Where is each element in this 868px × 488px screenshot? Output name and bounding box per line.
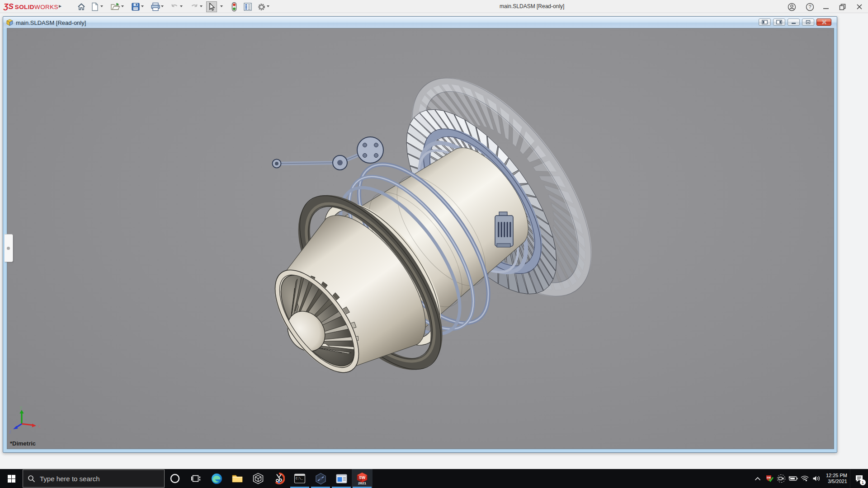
taskbar-snipping-tool[interactable]	[269, 469, 289, 488]
search-placeholder: Type here to search	[40, 475, 100, 483]
options-button[interactable]	[256, 1, 267, 12]
save-button[interactable]	[130, 1, 141, 12]
minimize-button[interactable]	[820, 1, 832, 12]
tray-battery[interactable]	[787, 469, 799, 488]
search-input[interactable]: Type here to search	[23, 469, 165, 488]
new-document-button[interactable]	[90, 1, 100, 12]
pane-left-button[interactable]	[759, 19, 771, 26]
print-dropdown[interactable]	[161, 5, 164, 7]
help-icon: ?	[806, 3, 814, 11]
home-icon	[77, 2, 86, 11]
tray-hidden-icons[interactable]	[752, 469, 764, 488]
redo-icon	[190, 3, 199, 11]
triad-y-label: y	[20, 405, 22, 410]
windows-logo-icon	[8, 475, 15, 483]
snipping-tool-icon	[273, 473, 285, 484]
close-button[interactable]	[854, 1, 865, 12]
rebuild-button[interactable]	[229, 1, 240, 12]
reference-triad: y x z	[9, 405, 40, 434]
windows-taskbar: Type here to search C:\_ SW 2021	[0, 469, 868, 488]
taskbar-file-explorer[interactable]	[227, 469, 248, 488]
engine-finned-block	[495, 212, 513, 247]
triad-z-label: z	[9, 429, 11, 434]
svg-text:2021: 2021	[358, 481, 366, 485]
undo-button[interactable]	[169, 1, 180, 12]
select-cursor-icon	[208, 2, 216, 11]
open-dropdown[interactable]	[121, 5, 124, 7]
document-window: main.SLDASM [Read-only]	[3, 16, 837, 453]
document-minimize-button[interactable]	[788, 19, 800, 26]
document-close-button[interactable]	[816, 19, 831, 26]
user-account-icon	[788, 3, 796, 11]
featuremanager-collapsed-tab[interactable]	[5, 234, 13, 262]
window-title: main.SLDASM [Read-only]	[500, 3, 564, 9]
help-button[interactable]: ?	[804, 1, 816, 12]
account-button[interactable]	[786, 1, 797, 12]
svg-text:C:\_: C:\_	[296, 477, 303, 480]
undo-dropdown[interactable]	[180, 5, 183, 7]
taskbar-cortana[interactable]	[165, 469, 185, 488]
file-properties-button[interactable]	[242, 1, 253, 12]
tray-solidworks-monitor[interactable]: SW	[764, 469, 775, 488]
engine-bracket	[273, 137, 384, 170]
tray-meet-now[interactable]	[775, 469, 787, 488]
taskbar-blue-window-app[interactable]	[331, 469, 352, 488]
start-button[interactable]	[0, 469, 23, 488]
meet-now-camera-icon	[777, 474, 786, 483]
rebuild-traffic-light-icon	[231, 2, 237, 12]
svg-text:SW: SW	[359, 475, 366, 480]
select-tool-button[interactable]	[206, 1, 217, 12]
taskbar-solidworks[interactable]: SW 2021	[352, 469, 373, 488]
tray-volume[interactable]	[811, 469, 822, 488]
taskbar-edge[interactable]	[206, 469, 227, 488]
taskbar-hex-utility-app[interactable]	[310, 469, 331, 488]
document-window-title: main.SLDASM [Read-only]	[16, 19, 86, 26]
solidworks-logo-glyph: ƷS	[4, 2, 14, 11]
restore-icon	[839, 4, 846, 10]
document-restore-icon	[806, 20, 811, 24]
blue-window-app-icon	[335, 473, 348, 485]
svg-text:?: ?	[808, 4, 811, 9]
battery-charging-icon	[788, 475, 798, 482]
pane-right-icon	[776, 20, 782, 24]
new-document-dropdown[interactable]	[100, 5, 103, 7]
document-window-titlebar[interactable]: main.SLDASM [Read-only]	[3, 17, 837, 28]
menu-flyout-arrow-icon[interactable]: ▸	[59, 3, 61, 9]
pane-left-icon	[762, 20, 768, 24]
save-icon	[131, 2, 140, 11]
action-center-button[interactable]: 1	[850, 469, 868, 488]
graphics-viewport[interactable]: y x z *Dimetric	[7, 28, 834, 449]
save-dropdown[interactable]	[141, 5, 144, 7]
engine-axis-group	[217, 49, 625, 443]
file-explorer-icon	[231, 473, 243, 484]
app-titlebar: ƷS SOLIDWORKS ▸ main.SLDASM [Read-only]	[0, 0, 868, 13]
view-orientation-label: *Dimetric	[10, 440, 36, 447]
restore-button[interactable]	[836, 1, 848, 12]
close-icon	[856, 4, 863, 10]
3d-viewer-icon	[252, 473, 264, 484]
splitter-handle-dot	[7, 247, 10, 250]
options-dropdown[interactable]	[267, 5, 269, 7]
taskbar-task-view[interactable]	[185, 469, 206, 488]
edge-icon	[211, 473, 223, 485]
select-tool-dropdown[interactable]	[220, 5, 223, 7]
document-restore-button[interactable]	[802, 19, 814, 26]
open-button[interactable]	[110, 1, 121, 12]
wifi-icon	[800, 475, 809, 482]
minimize-icon	[823, 4, 829, 10]
taskbar-3d-viewer[interactable]	[248, 469, 269, 488]
home-button[interactable]	[76, 1, 87, 12]
speaker-icon	[812, 475, 821, 482]
new-document-icon	[91, 2, 99, 11]
solidworks-2021-icon: SW 2021	[355, 472, 369, 485]
tray-clock[interactable]: 12:25 PM 3/5/2021	[826, 473, 847, 484]
assembly-document-icon	[6, 19, 14, 26]
taskbar-command-prompt[interactable]: C:\_	[289, 469, 310, 488]
redo-dropdown[interactable]	[200, 5, 203, 7]
clock-time: 12:25 PM	[826, 473, 847, 479]
pane-right-button[interactable]	[773, 19, 785, 26]
svg-text:SW: SW	[767, 476, 771, 479]
print-button[interactable]	[150, 1, 161, 12]
tray-wifi[interactable]	[799, 469, 811, 488]
redo-button[interactable]	[189, 1, 200, 12]
